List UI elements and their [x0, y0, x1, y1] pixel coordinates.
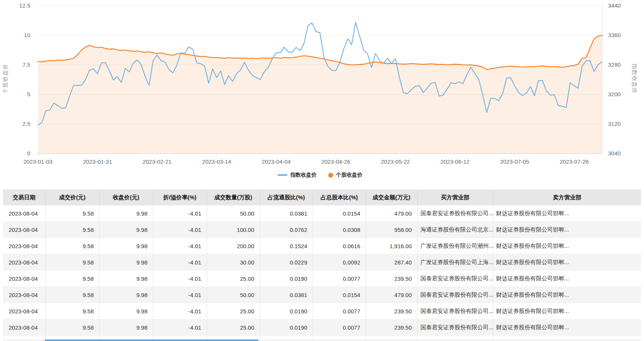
- left-axis-tick-label: 10: [24, 32, 30, 38]
- table-cell: -4.01: [153, 271, 207, 287]
- table-cell: 50.00: [207, 287, 260, 303]
- table-cell: 9.58: [45, 287, 99, 303]
- table-cell: 9.58: [45, 271, 99, 287]
- x-axis-tick-label: 2023-06-12: [440, 158, 469, 165]
- table-cell: 国泰君安证券股份有限公司...: [417, 205, 493, 222]
- table-row: 2023-08-049.589.98-4.0130.000.02290.0092…: [3, 254, 641, 271]
- x-axis-tick-label: 2023-02-21: [142, 158, 172, 165]
- right-axis-tick-label: 3440: [608, 2, 621, 9]
- left-axis-tick-label: 12.5: [19, 2, 30, 9]
- table-cell: 0.0190: [260, 303, 313, 319]
- table-cell: 财达证券股份有限公司邯郸...: [493, 205, 641, 222]
- table-cell: 0.0154: [313, 205, 366, 222]
- chart-legend: 指数收盘价 个股收盘价: [0, 170, 640, 180]
- table-row: 2023-08-049.589.98-4.0125.000.01900.0077…: [3, 271, 641, 287]
- table-cell: 100.00: [207, 222, 260, 238]
- price-history-chart: 12.534401033607.53280532002.531200304020…: [0, 0, 644, 189]
- column-header: 成交价(元): [45, 189, 99, 205]
- right-axis-tick-label: 3120: [608, 120, 621, 127]
- table-cell: -4.01: [153, 205, 207, 222]
- table-cell: 200.00: [207, 238, 260, 254]
- table-cell: 9.98: [99, 287, 153, 303]
- table-cell: 2023-08-04: [3, 222, 45, 238]
- table-cell: 9.58: [45, 303, 99, 319]
- table-cell: 9.98: [99, 319, 153, 336]
- table-cell: 2023-08-04: [3, 238, 45, 254]
- left-axis-title: 个股收盘价: [2, 56, 9, 102]
- table-cell: 0.0381: [260, 205, 313, 222]
- table-cell: 9.98: [99, 254, 153, 271]
- table-cell: 国泰君安证券股份有限公司...: [417, 287, 493, 303]
- table-cell: 9.58: [45, 254, 99, 271]
- table-cell: 2023-08-04: [3, 319, 45, 336]
- chart-canvas: 12.534401033607.53280532002.531200304020…: [0, 0, 644, 169]
- legend-item-index-close[interactable]: 指数收盘价: [278, 172, 317, 178]
- table-cell: 9.98: [99, 271, 153, 287]
- table-cell: 国泰君安证券股份有限公司...: [417, 319, 493, 336]
- table-cell: 9.98: [99, 205, 153, 222]
- table-cell: 财达证券股份有限公司邯郸...: [493, 238, 641, 254]
- legend-item-stock-close[interactable]: 个股收盘价: [328, 172, 363, 178]
- table-cell: 财达证券股份有限公司邯郸...: [493, 222, 641, 238]
- table-cell: 2023-08-04: [3, 205, 45, 222]
- line-marker-icon: [278, 174, 287, 176]
- table-cell: 2023-08-04: [3, 254, 45, 271]
- right-axis-title: 指数收盘价: [631, 56, 638, 102]
- x-axis-tick-label: 2023-03-14: [202, 158, 231, 165]
- table-row: 2023-08-049.589.98-4.0150.000.03810.0154…: [3, 205, 641, 222]
- table-cell: 9.58: [45, 319, 99, 336]
- table-cell: 0.0077: [313, 303, 366, 319]
- x-axis-tick-label: 2023-01-03: [23, 158, 53, 165]
- table-cell: 财达证券股份有限公司邯郸...: [493, 254, 641, 271]
- table-cell: 9.58: [45, 222, 99, 238]
- legend-label: 指数收盘价: [290, 172, 317, 178]
- circle-marker-icon: [328, 173, 333, 178]
- column-header: 占总股本比(%): [313, 189, 366, 205]
- table-cell: 国泰君安证券股份有限公司...: [417, 303, 493, 319]
- column-header: 卖方营业部: [493, 189, 641, 205]
- table-cell: -4.01: [153, 287, 207, 303]
- right-axis-tick-label: 3200: [608, 91, 621, 97]
- table-cell: 0.0154: [313, 287, 366, 303]
- table-cell: 479.00: [366, 287, 417, 303]
- table-cell: -4.01: [153, 254, 207, 271]
- table-cell: 239.50: [366, 271, 417, 287]
- column-header: 占流通股比(%): [260, 189, 313, 205]
- left-axis-tick-label: 2.5: [22, 120, 30, 127]
- table-cell: 0.0077: [313, 319, 366, 336]
- table-cell: 0.0762: [260, 222, 313, 238]
- column-header: 买方营业部: [417, 189, 493, 205]
- table-cell: 0.0092: [313, 254, 366, 271]
- table-cell: 0.0190: [260, 319, 313, 336]
- table-cell: 0.0077: [313, 271, 366, 287]
- table-cell: -4.01: [153, 303, 207, 319]
- table-cell: 9.58: [45, 205, 99, 222]
- table-cell: 财达证券股份有限公司邯郸...: [493, 319, 641, 336]
- table-cell: -4.01: [153, 238, 207, 254]
- trade-records-table: 交易日期成交价(元)收盘价(元)折/溢价率(%)成交数量(万股)占流通股比(%)…: [3, 189, 641, 341]
- table-cell: 0.0616: [313, 238, 366, 254]
- table-cell: -4.01: [153, 319, 207, 336]
- table-cell: 财达证券股份有限公司邯郸...: [493, 287, 641, 303]
- table-cell: 0.0229: [260, 254, 313, 271]
- table-cell: 30.00: [207, 254, 260, 271]
- column-header: 成交金额(万元): [366, 189, 417, 205]
- table-cell: 0.1524: [260, 238, 313, 254]
- table-cell: 广发证券股份有限公司上海...: [417, 254, 493, 271]
- column-header: 折/溢价率(%): [153, 189, 207, 205]
- left-axis-tick-label: 0: [27, 150, 30, 156]
- legend-label: 个股收盘价: [336, 172, 363, 178]
- table-cell: -4.01: [153, 222, 207, 238]
- table-row: 2023-08-049.589.98-4.01100.000.07620.030…: [3, 222, 641, 238]
- table-cell: 0.0381: [260, 287, 313, 303]
- table-row: 2023-08-049.589.98-4.0125.000.01900.0077…: [3, 303, 641, 319]
- horizontal-scrollbar-thumb[interactable]: [45, 339, 259, 341]
- table-cell: 海通证券股份有限公司北京...: [417, 222, 493, 238]
- x-axis-tick-label: 2023-04-26: [321, 158, 351, 165]
- table-cell: 1,916.00: [366, 238, 417, 254]
- table-cell: 9.98: [99, 303, 153, 319]
- left-axis-tick-label: 7.5: [22, 61, 30, 68]
- x-axis-tick-label: 2023-07-26: [560, 158, 589, 165]
- right-axis-tick-label: 3040: [608, 150, 621, 156]
- table-cell: 财达证券股份有限公司邯郸...: [493, 303, 641, 319]
